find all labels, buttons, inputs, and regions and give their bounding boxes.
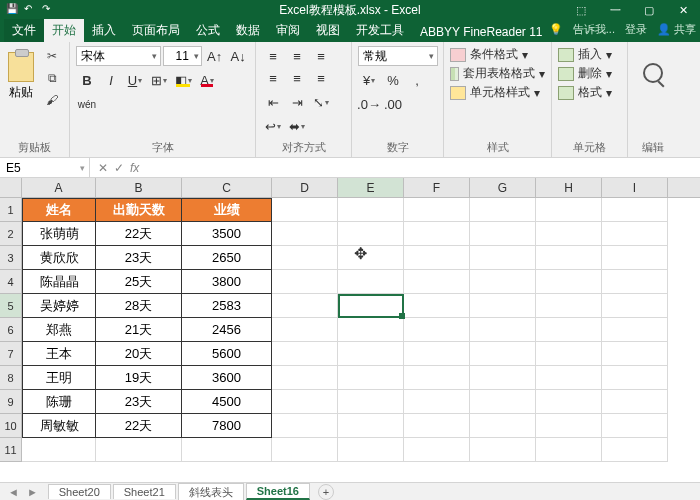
cell[interactable] <box>470 414 536 438</box>
currency-icon[interactable]: ¥ <box>358 70 380 90</box>
sheet-tab-diagonal[interactable]: 斜线表头 <box>178 483 244 501</box>
col-header-f[interactable]: F <box>404 178 470 197</box>
save-icon[interactable]: 💾 <box>6 3 20 17</box>
row-header[interactable]: 4 <box>0 270 22 294</box>
cell[interactable]: 张萌萌 <box>22 222 96 246</box>
cell[interactable] <box>536 414 602 438</box>
cell[interactable] <box>272 342 338 366</box>
cell[interactable]: 王明 <box>22 366 96 390</box>
format-as-table-button[interactable]: 套用表格格式 ▾ <box>450 65 545 82</box>
percent-icon[interactable]: % <box>382 70 404 90</box>
cell[interactable]: 2456 <box>182 318 272 342</box>
insert-cells-button[interactable]: 插入 ▾ <box>558 46 621 63</box>
increase-font-icon[interactable]: A↑ <box>204 46 226 66</box>
copy-icon[interactable]: ⧉ <box>41 68 63 88</box>
tab-file[interactable]: 文件 <box>4 19 44 42</box>
cell[interactable] <box>272 318 338 342</box>
row-header[interactable]: 9 <box>0 390 22 414</box>
cell[interactable] <box>470 294 536 318</box>
row-header[interactable]: 2 <box>0 222 22 246</box>
cell[interactable] <box>404 198 470 222</box>
undo-icon[interactable]: ↶ <box>24 3 38 17</box>
cell[interactable]: 2583 <box>182 294 272 318</box>
cell[interactable]: 出勤天数 <box>96 198 182 222</box>
cell[interactable] <box>404 366 470 390</box>
cell[interactable]: 5600 <box>182 342 272 366</box>
cell[interactable] <box>536 366 602 390</box>
cell[interactable] <box>602 198 668 222</box>
cell[interactable]: 3800 <box>182 270 272 294</box>
cell[interactable]: 3600 <box>182 366 272 390</box>
cell[interactable] <box>602 342 668 366</box>
align-bottom-icon[interactable]: ≡ <box>310 46 332 66</box>
number-format-select[interactable]: 常规 <box>358 46 438 66</box>
cell[interactable]: 陈珊 <box>22 390 96 414</box>
cell[interactable] <box>338 342 404 366</box>
cell[interactable] <box>536 390 602 414</box>
col-header-b[interactable]: B <box>96 178 182 197</box>
cell[interactable]: 21天 <box>96 318 182 342</box>
tab-insert[interactable]: 插入 <box>84 19 124 42</box>
redo-icon[interactable]: ↷ <box>42 3 56 17</box>
cell[interactable]: 23天 <box>96 390 182 414</box>
cell[interactable]: 3500 <box>182 222 272 246</box>
cell[interactable] <box>404 246 470 270</box>
cell[interactable] <box>404 414 470 438</box>
col-header-e[interactable]: E <box>338 178 404 197</box>
cell[interactable] <box>404 294 470 318</box>
cell[interactable] <box>96 438 182 462</box>
tab-page-layout[interactable]: 页面布局 <box>124 19 188 42</box>
row-header[interactable]: 3 <box>0 246 22 270</box>
wrap-text-icon[interactable]: ↩ <box>262 116 284 136</box>
tab-review[interactable]: 审阅 <box>268 19 308 42</box>
tab-abbyy[interactable]: ABBYY FineReader 11 <box>412 22 551 42</box>
row-header[interactable]: 11 <box>0 438 22 462</box>
cell[interactable] <box>338 366 404 390</box>
tab-scroll-left-icon[interactable]: ◄ <box>8 486 19 498</box>
cell[interactable] <box>602 390 668 414</box>
delete-cells-button[interactable]: 删除 ▾ <box>558 65 621 82</box>
align-middle-icon[interactable]: ≡ <box>286 46 308 66</box>
cell[interactable] <box>338 414 404 438</box>
sheet-tab-sheet21[interactable]: Sheet21 <box>113 484 176 499</box>
cell[interactable] <box>338 270 404 294</box>
increase-decimal-icon[interactable]: .0→ <box>358 94 380 114</box>
cut-icon[interactable]: ✂ <box>41 46 63 66</box>
cell[interactable] <box>470 342 536 366</box>
align-top-icon[interactable]: ≡ <box>262 46 284 66</box>
cell[interactable] <box>470 318 536 342</box>
cell[interactable] <box>22 438 96 462</box>
cell[interactable] <box>272 390 338 414</box>
cell[interactable] <box>470 198 536 222</box>
border-button[interactable]: ⊞ <box>148 70 170 90</box>
align-center-icon[interactable]: ≡ <box>286 68 308 88</box>
cell[interactable] <box>404 342 470 366</box>
cell[interactable] <box>536 438 602 462</box>
col-header-g[interactable]: G <box>470 178 536 197</box>
cell[interactable] <box>536 318 602 342</box>
cell[interactable]: 7800 <box>182 414 272 438</box>
format-painter-icon[interactable]: 🖌 <box>41 90 63 110</box>
cell[interactable] <box>470 222 536 246</box>
cell[interactable] <box>602 414 668 438</box>
cell[interactable] <box>470 438 536 462</box>
phonetic-icon[interactable]: wén <box>76 94 98 114</box>
col-header-d[interactable]: D <box>272 178 338 197</box>
tab-formulas[interactable]: 公式 <box>188 19 228 42</box>
cell[interactable]: 23天 <box>96 246 182 270</box>
row-header[interactable]: 8 <box>0 366 22 390</box>
cell[interactable] <box>272 198 338 222</box>
font-name-select[interactable]: 宋体 <box>76 46 161 66</box>
col-header-a[interactable]: A <box>22 178 96 197</box>
cell[interactable] <box>338 390 404 414</box>
ribbon-display-icon[interactable]: ⬚ <box>564 0 598 20</box>
row-header[interactable]: 5 <box>0 294 22 318</box>
find-select-button[interactable] <box>637 46 669 100</box>
cell[interactable] <box>182 438 272 462</box>
share-button[interactable]: 👤 共享 <box>657 22 696 37</box>
cell[interactable] <box>536 222 602 246</box>
font-size-select[interactable]: 11 <box>163 46 202 66</box>
decrease-indent-icon[interactable]: ⇤ <box>262 92 284 112</box>
cell[interactable]: 25天 <box>96 270 182 294</box>
bold-button[interactable]: B <box>76 70 98 90</box>
